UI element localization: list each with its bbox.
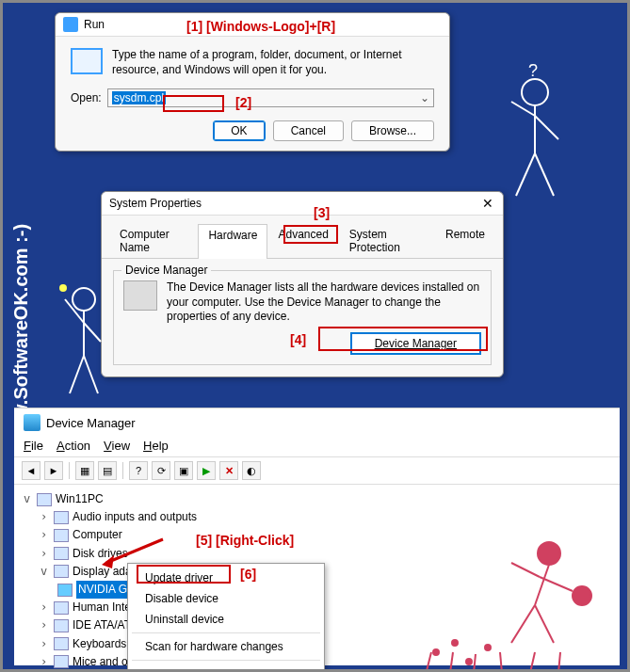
run-icon: [63, 17, 78, 32]
annotation-6: [6]: [240, 567, 256, 582]
svg-text:?: ?: [528, 61, 538, 80]
computer-icon: [37, 493, 52, 506]
annotation-5: [5] [Right-Click]: [196, 533, 294, 548]
menu-properties[interactable]: Properties: [128, 664, 324, 672]
menu-disable-device[interactable]: Disable device: [128, 588, 324, 609]
collapse-icon[interactable]: v: [24, 490, 33, 508]
disk-icon: [54, 547, 69, 560]
devmgr-app-icon: [24, 414, 40, 431]
expand-icon[interactable]: ›: [40, 635, 50, 653]
keyboard-icon: [54, 637, 69, 650]
cancel-button[interactable]: Cancel: [273, 120, 344, 141]
svg-line-7: [516, 153, 535, 196]
annotation-3: [3]: [314, 205, 330, 220]
menu-scan-hardware[interactable]: Scan for hardware changes: [128, 636, 324, 657]
sysprop-title: System Properties: [109, 197, 202, 210]
computer-icon: [54, 529, 69, 542]
tree-node[interactable]: Keyboards: [73, 635, 126, 653]
mouse-icon: [54, 655, 69, 668]
menu-uninstall-device[interactable]: Uninstall device: [128, 609, 324, 630]
ide-icon: [54, 619, 69, 632]
highlight-open-value: [163, 95, 224, 112]
tab-hardware[interactable]: Hardware: [198, 224, 267, 259]
tree-node[interactable]: Mice and ot: [73, 653, 131, 671]
toolbar: ◄ ► ▦ ▤ ? ⟳ ▣ ▶ ✕ ◐: [14, 456, 620, 485]
toolbar-button[interactable]: ▣: [174, 461, 193, 480]
svg-line-5: [511, 102, 535, 116]
highlight-update-driver: [137, 565, 231, 584]
tree-node[interactable]: Audio inputs and outputs: [73, 508, 197, 526]
audio-icon: [54, 511, 69, 524]
menu-file[interactable]: File: [24, 439, 43, 453]
expand-icon[interactable]: ›: [40, 526, 50, 544]
open-value: sysdm.cpl: [112, 91, 166, 104]
run-description: Type the name of a program, folder, docu…: [112, 48, 434, 77]
group-legend: Device Manager: [121, 264, 211, 277]
svg-line-13: [70, 356, 84, 393]
svg-point-15: [59, 284, 67, 292]
expand-icon[interactable]: ›: [40, 653, 50, 671]
ok-button[interactable]: OK: [213, 120, 265, 141]
collapse-icon[interactable]: v: [40, 563, 50, 581]
annotation-2: [2]: [235, 95, 251, 110]
highlight-hardware-tab: [283, 225, 338, 244]
tree-node[interactable]: Disk drives: [73, 545, 128, 563]
svg-line-6: [535, 116, 558, 139]
run-title: Run: [84, 18, 105, 31]
open-combobox[interactable]: sysdm.cpl ⌄: [107, 88, 434, 107]
tree-node[interactable]: Human Inte: [73, 599, 131, 616]
tab-remote[interactable]: Remote: [435, 223, 495, 258]
run-big-icon: [71, 48, 103, 74]
stick-figure-icon: ?: [474, 59, 596, 210]
tab-system-protection[interactable]: System Protection: [339, 223, 435, 258]
toolbar-button[interactable]: ▦: [75, 461, 94, 480]
svg-line-8: [535, 153, 554, 196]
toolbar-button[interactable]: ▶: [197, 461, 216, 480]
menu-help[interactable]: Help: [143, 439, 169, 453]
menu-separator: [132, 660, 320, 661]
toolbar-button[interactable]: ⟳: [152, 461, 170, 480]
devmgr-title: Device Manager: [46, 416, 136, 430]
svg-line-11: [65, 299, 84, 323]
close-icon[interactable]: ✕: [480, 196, 495, 211]
toolbar-button[interactable]: ?: [129, 461, 148, 480]
menubar: File Action View Help: [14, 437, 620, 456]
display-icon: [54, 565, 69, 578]
group-text: The Device Manager lists all the hardwar…: [167, 280, 481, 325]
annotation-1: [1] [Windows-Logo]+[R]: [186, 19, 335, 34]
menu-view[interactable]: View: [104, 439, 130, 453]
tab-computer-name[interactable]: Computer Name: [109, 223, 198, 258]
svg-line-12: [84, 323, 101, 342]
device-manager-icon: [123, 280, 157, 311]
toolbar-button[interactable]: ✕: [219, 461, 238, 480]
toolbar-button[interactable]: ◐: [242, 461, 261, 480]
open-label: Open:: [71, 91, 102, 104]
gpu-icon: [57, 584, 73, 597]
browse-button[interactable]: Browse...: [351, 120, 434, 141]
tree-node[interactable]: Computer: [73, 526, 122, 544]
expand-icon[interactable]: ›: [40, 599, 50, 616]
back-icon[interactable]: ◄: [22, 461, 40, 480]
svg-point-9: [73, 288, 95, 311]
chevron-down-icon[interactable]: ⌄: [420, 91, 429, 104]
toolbar-button[interactable]: ▤: [98, 461, 117, 480]
hid-icon: [54, 601, 69, 615]
expand-icon[interactable]: ›: [40, 508, 50, 526]
expand-icon[interactable]: ›: [40, 616, 50, 634]
menu-action[interactable]: Action: [57, 439, 90, 453]
menu-separator: [132, 632, 320, 633]
tree-root[interactable]: Win11PC: [56, 490, 104, 508]
annotation-4: [4]: [290, 332, 306, 347]
forward-icon[interactable]: ►: [44, 461, 63, 480]
highlight-dm-button: [318, 327, 488, 351]
svg-point-2: [522, 79, 548, 105]
svg-line-14: [84, 356, 98, 393]
expand-icon[interactable]: ›: [40, 545, 50, 563]
